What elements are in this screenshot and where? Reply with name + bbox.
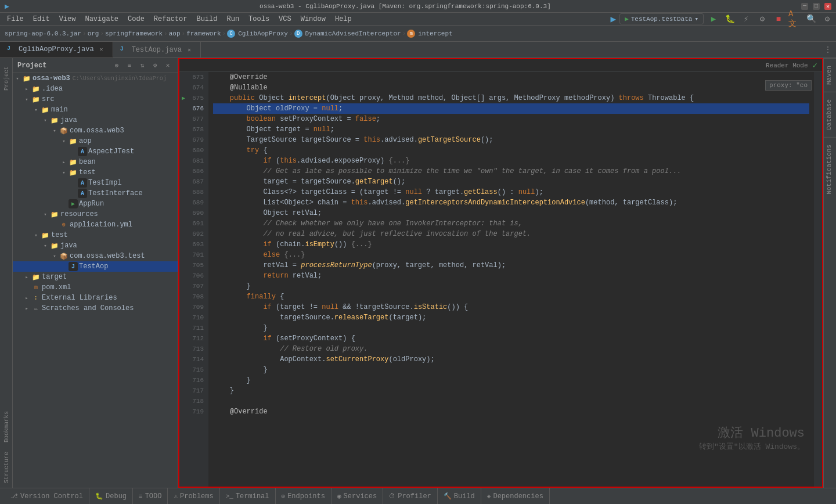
code-line-688: List<Object> chain = this.advised.getInt…	[213, 197, 809, 208]
code-line-674: @Nullable	[213, 82, 809, 93]
test-data-button[interactable]: ▶ TestAop.testData ▾	[619, 13, 704, 24]
tab-profiler[interactable]: ⏱ Profiler	[383, 488, 438, 504]
more-run-button[interactable]: ⚙	[756, 13, 769, 26]
sidebar-locate-btn[interactable]: ⊕	[111, 60, 122, 71]
line-677: 677	[179, 114, 208, 124]
code-line-709: targetSource.releaseTarget(target);	[213, 312, 809, 323]
menu-file[interactable]: File	[2, 14, 28, 24]
coverage-button[interactable]: ⚡	[740, 13, 752, 26]
tree-apprun[interactable]: ▸ ▶ AppRun	[13, 199, 178, 209]
debug-button[interactable]: 🐛	[723, 13, 736, 26]
stop-button[interactable]: ■	[772, 13, 785, 26]
tab-problems[interactable]: ⚠ Problems	[168, 488, 219, 504]
java-main-label: java	[60, 116, 77, 124]
tree-test-dir[interactable]: ▾ 📁 test	[13, 230, 178, 240]
tree-root[interactable]: ▾ 📁 ossa-web3 C:\Users\sunjinxin\IdeaPro…	[13, 73, 178, 84]
sidebar-close-btn[interactable]: ✕	[163, 60, 173, 71]
breadcrumb-aop[interactable]: aop	[169, 30, 181, 37]
breadcrumb-org[interactable]: org	[88, 30, 99, 37]
tree-test-pkg[interactable]: ▾ 📁 test	[13, 167, 178, 178]
menu-vcs[interactable]: VCS	[274, 14, 296, 24]
menu-build[interactable]: Build	[192, 14, 222, 24]
tab-terminal[interactable]: >_ Terminal	[220, 488, 276, 504]
tree-testaop[interactable]: ▸ J TestAop	[13, 261, 178, 272]
tab-build[interactable]: 🔨 Build	[438, 488, 481, 504]
maximize-button[interactable]: □	[813, 3, 820, 10]
notifications-tool[interactable]: Notifications	[824, 137, 836, 201]
tab-todo[interactable]: ≡ TODO	[133, 488, 168, 504]
breadcrumb-springframework[interactable]: springframework	[105, 30, 163, 37]
menu-edit[interactable]: Edit	[28, 14, 55, 24]
testaop-tab-close[interactable]: ✕	[185, 46, 193, 54]
tabs-more-button[interactable]: ⋮	[820, 42, 836, 57]
run-gutter[interactable]: ▶	[182, 95, 185, 102]
sidebar-collapse-btn[interactable]: ≡	[124, 60, 135, 71]
menu-navigate[interactable]: Navigate	[80, 14, 123, 24]
reader-mode-button[interactable]: Reader Mode	[766, 62, 808, 69]
tree-aop[interactable]: ▾ 📁 aop	[13, 136, 178, 146]
menu-run[interactable]: Run	[222, 14, 244, 24]
tab-services[interactable]: ◉ Services	[331, 488, 383, 504]
aop-icon: 📁	[69, 136, 78, 146]
code-line-713: AopContext.setCurrentProxy(oldProxy);	[213, 354, 809, 365]
tree-target[interactable]: ▸ 📁 target	[13, 272, 178, 282]
tab-cglib[interactable]: J CglibAopProxy.java ✕	[0, 42, 113, 57]
sidebar-sort-btn[interactable]: ⇅	[137, 60, 147, 71]
tree-bean[interactable]: ▸ 📁 bean	[13, 157, 178, 167]
tree-testimpl[interactable]: ▸ A TestImpl	[13, 178, 178, 188]
code-line-673: @Override	[213, 72, 809, 82]
tree-testinterface[interactable]: ▸ A TestInterface	[13, 188, 178, 199]
scroll-gutter[interactable]	[814, 72, 822, 487]
tree-aspectj[interactable]: ▸ A AspectJTest	[13, 146, 178, 157]
database-tool[interactable]: Database	[824, 92, 836, 137]
debug-icon: 🐛	[95, 492, 103, 500]
tab-testaop[interactable]: J TestAop.java ✕	[113, 42, 201, 57]
menu-tools[interactable]: Tools	[244, 14, 274, 24]
cglib-tab-close[interactable]: ✕	[98, 45, 106, 53]
menu-refactor[interactable]: Refactor	[149, 14, 192, 24]
breadcrumb-framework[interactable]: framework	[186, 30, 221, 37]
tree-package[interactable]: ▾ 📦 com.ossa.web3	[13, 125, 178, 136]
code-line-719	[213, 417, 809, 427]
tree-java-test[interactable]: ▾ 📁 java	[13, 240, 178, 251]
translate-button[interactable]: A文	[788, 13, 801, 26]
menu-code[interactable]: Code	[123, 14, 149, 24]
tree-idea[interactable]: ▸ 📁 .idea	[13, 84, 178, 94]
bookmarks-tool[interactable]: Bookmarks	[0, 406, 13, 447]
settings-button[interactable]: ⚙	[821, 13, 834, 26]
scratches-icon: ✏	[31, 304, 41, 313]
tree-java-main[interactable]: ▾ 📁 java	[13, 115, 178, 125]
tree-main[interactable]: ▾ 📁 main	[13, 105, 178, 115]
tree-test-package[interactable]: ▾ 📦 com.ossa.web3.test	[13, 251, 178, 261]
project-tool[interactable]: Project	[0, 58, 13, 99]
sidebar-settings-btn[interactable]: ⚙	[150, 60, 160, 71]
tree-libraries[interactable]: ▸ ⫶ External Libraries	[13, 293, 178, 303]
menu-help[interactable]: Help	[330, 14, 356, 24]
tree-resources[interactable]: ▾ 📁 resources	[13, 209, 178, 219]
search-button[interactable]: 🔍	[805, 13, 817, 26]
run-button[interactable]: ▶	[707, 13, 720, 26]
tree-pom[interactable]: ▸ m pom.xml	[13, 282, 178, 293]
test-package-label: com.ossa.web3.test	[70, 252, 145, 260]
breadcrumb-dynamic[interactable]: D DynamicAdvisedInterceptor	[294, 30, 401, 38]
tab-endpoints[interactable]: ⊕ Endpoints	[276, 488, 331, 504]
tab-debug[interactable]: 🐛 Debug	[89, 488, 133, 504]
test-package-arrow: ▾	[50, 251, 59, 261]
breadcrumb-intercept[interactable]: m intercept	[407, 30, 452, 38]
code-header: Reader Mode ✓	[179, 59, 822, 72]
tab-version-control[interactable]: ⎇ Version Control	[5, 488, 89, 504]
tree-scratches[interactable]: ▸ ✏ Scratches and Consoles	[13, 303, 178, 314]
breadcrumb-cglib[interactable]: C CglibAopProxy	[227, 30, 288, 38]
breadcrumb-jar[interactable]: spring-aop-6.0.3.jar	[5, 30, 81, 37]
menu-view[interactable]: View	[55, 14, 81, 24]
maven-tool[interactable]: Maven	[824, 58, 836, 92]
code-line-680: try {	[213, 145, 809, 156]
close-button[interactable]: ✕	[824, 3, 831, 10]
tree-appyml[interactable]: ▸ ⚙ application.yml	[13, 219, 178, 230]
tab-dependencies[interactable]: ◈ Dependencies	[481, 488, 550, 504]
menu-window[interactable]: Window	[296, 14, 330, 24]
tree-src[interactable]: ▾ 📁 src	[13, 94, 178, 105]
run-config-icon[interactable]: ▶	[610, 13, 616, 25]
minimize-button[interactable]: ─	[801, 3, 808, 10]
structure-tool[interactable]: Structure	[0, 447, 13, 488]
